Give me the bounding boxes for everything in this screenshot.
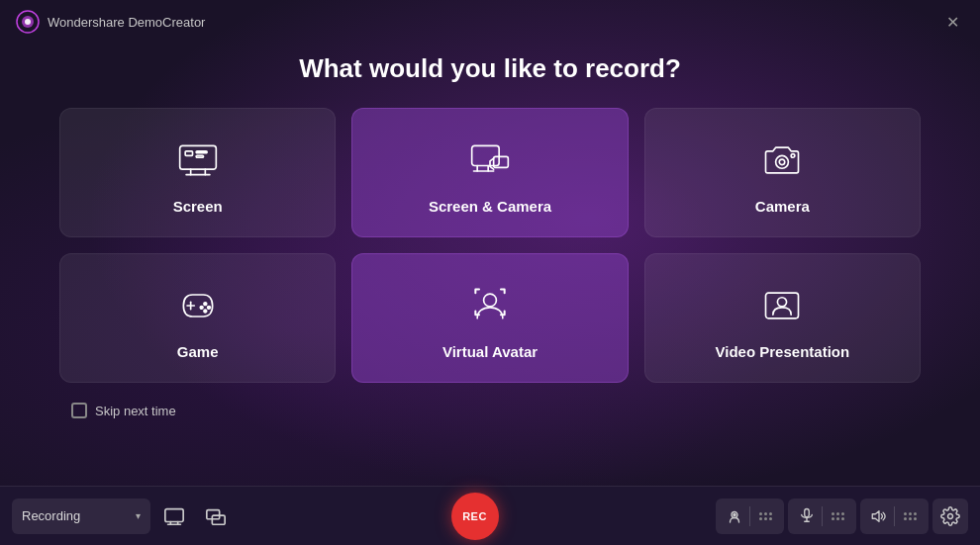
skip-checkbox[interactable] (71, 403, 87, 418)
screen-capture-button[interactable] (156, 499, 192, 534)
app-logo (16, 10, 40, 34)
svg-rect-8 (196, 151, 207, 153)
title-bar-left: Wondershare DemoCreator (16, 10, 205, 34)
microphone-icon (798, 507, 816, 525)
card-video-presentation[interactable]: Video Presentation (644, 253, 921, 383)
card-game[interactable]: Game (59, 253, 336, 383)
video-presentation-icon (758, 282, 806, 329)
title-bar: Wondershare DemoCreator ✕ (0, 0, 980, 44)
svg-point-34 (734, 513, 735, 515)
microphone-group (788, 499, 856, 534)
svg-rect-7 (185, 151, 192, 156)
card-game-label: Game (177, 343, 219, 360)
svg-point-39 (948, 513, 953, 518)
speaker-dropdown-button[interactable] (895, 501, 925, 531)
speaker-icon (870, 507, 888, 525)
recording-chevron-icon: ▾ (136, 510, 141, 521)
svg-point-24 (484, 294, 497, 307)
microphone-dropdown-button[interactable] (823, 501, 852, 531)
webcam-icon (726, 507, 743, 525)
settings-icon (940, 506, 960, 526)
toolbar-right (716, 499, 968, 534)
game-icon (174, 282, 222, 329)
app-title: Wondershare DemoCreator (48, 15, 205, 30)
virtual-avatar-icon (466, 282, 514, 329)
skip-row: Skip next time (69, 403, 921, 418)
card-screen-label: Screen (173, 198, 223, 215)
toolbar: Recording ▾ REC (0, 486, 980, 545)
settings-button[interactable] (932, 499, 968, 534)
speaker-button[interactable] (864, 501, 894, 531)
microphone-button[interactable] (792, 501, 822, 531)
recording-dropdown-label: Recording (22, 508, 130, 523)
webcam-dots (756, 512, 775, 520)
svg-point-16 (780, 159, 786, 165)
svg-point-20 (204, 303, 207, 306)
skip-label[interactable]: Skip next time (95, 404, 176, 418)
card-camera[interactable]: Camera (644, 108, 921, 237)
screen-icon (174, 136, 222, 184)
card-screen-camera[interactable]: Screen & Camera (351, 108, 628, 237)
close-button[interactable]: ✕ (940, 10, 964, 34)
window-capture-button[interactable] (198, 499, 234, 534)
svg-point-15 (776, 155, 789, 168)
speaker-group (860, 499, 929, 534)
speaker-dots (901, 512, 920, 520)
mic-dots (829, 512, 847, 520)
svg-rect-10 (472, 145, 500, 165)
svg-rect-9 (196, 155, 203, 157)
svg-rect-31 (207, 509, 220, 518)
card-video-presentation-label: Video Presentation (716, 343, 850, 360)
camera-icon (758, 136, 806, 184)
webcam-dropdown-button[interactable] (750, 501, 780, 531)
card-screen-camera-label: Screen & Camera (429, 198, 551, 215)
svg-point-22 (200, 306, 203, 309)
window-capture-icon (205, 505, 227, 527)
svg-point-17 (791, 154, 795, 158)
svg-marker-38 (872, 510, 879, 521)
webcam-button[interactable] (720, 501, 749, 531)
svg-point-2 (25, 19, 31, 25)
card-virtual-avatar-label: Virtual Avatar (442, 343, 538, 360)
card-camera-label: Camera (755, 198, 810, 215)
svg-point-26 (778, 298, 787, 307)
svg-rect-32 (212, 515, 225, 524)
card-virtual-avatar[interactable]: Virtual Avatar (351, 253, 628, 383)
screen-capture-icon (163, 505, 185, 527)
svg-point-21 (207, 306, 210, 309)
page-title: What would you like to record? (59, 53, 921, 84)
rec-button[interactable]: REC (451, 493, 499, 540)
main-content: What would you like to record? Screen (0, 44, 980, 418)
svg-point-23 (204, 310, 207, 313)
svg-rect-35 (805, 508, 810, 516)
recording-grid: Screen Screen & Camera (59, 108, 921, 383)
webcam-group (716, 499, 784, 534)
rec-label: REC (462, 510, 487, 522)
card-screen[interactable]: Screen (59, 108, 336, 237)
screen-camera-icon (466, 136, 514, 184)
svg-rect-27 (165, 508, 183, 521)
recording-dropdown[interactable]: Recording ▾ (12, 499, 150, 534)
